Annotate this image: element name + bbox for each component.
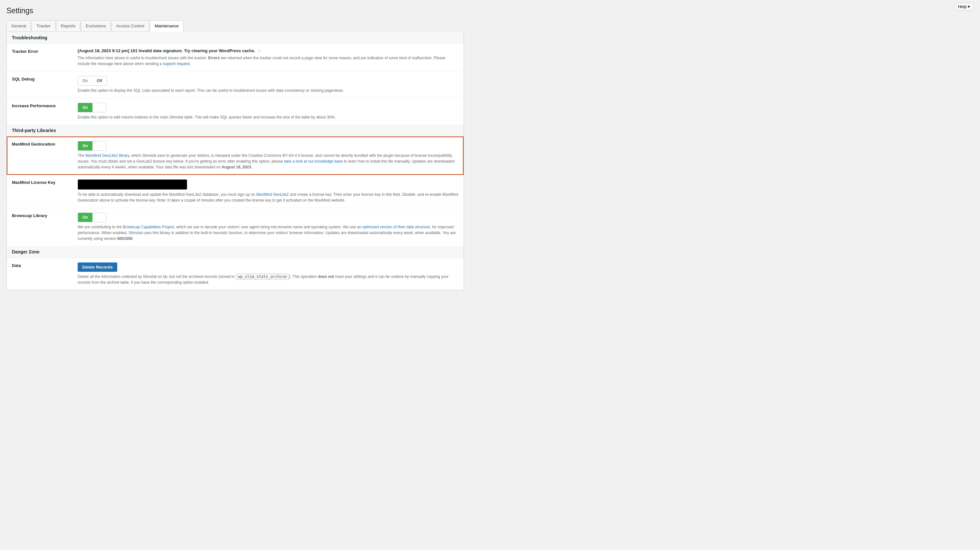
maxmind-geolite2-link[interactable]: MaxMind GeoLite2 library (85, 153, 129, 158)
tab-exclusions[interactable]: Exclusions (81, 20, 110, 32)
help-label: Help ▾ (958, 4, 970, 9)
troubleshooting-section-header: Troubleshooting (7, 32, 464, 44)
increase-performance-label: Increase Performance (7, 98, 78, 125)
page-title: Settings (6, 6, 464, 15)
maxmind-license-desc: To be able to automatically download and… (78, 192, 458, 203)
toggle-off-side[interactable] (92, 141, 106, 150)
tabs-nav: General Tracker Reports Exclusions Acces… (6, 20, 464, 32)
troubleshooting-title: Troubleshooting (12, 35, 47, 40)
danger-zone-table: Data Delete Records Delete all the infor… (7, 258, 464, 290)
tracker-error-dismiss[interactable]: × (258, 49, 261, 53)
tracker-error-value: [August 18, 2023 9:12 pm] 101 Invalid da… (78, 44, 464, 72)
toggle-on-side[interactable]: On (78, 141, 92, 150)
sql-debug-row: SQL Debug On Off Enable this option to d… (7, 72, 464, 98)
browscap-desc: We are contributing to the Browscap Capa… (78, 224, 458, 242)
browscap-label: Browscap Library (7, 208, 78, 246)
sql-debug-label: SQL Debug (7, 72, 78, 98)
tracker-error-desc: The information here above is useful to … (78, 55, 458, 67)
help-button[interactable]: Help ▾ (955, 3, 974, 11)
data-value: Delete Records Delete all the informatio… (78, 258, 464, 290)
maxmind-geolocation-value: On The MaxMind GeoLite2 library, which S… (78, 137, 464, 175)
maxmind-license-input[interactable] (78, 180, 187, 190)
danger-zone-section-header: Danger Zone (7, 246, 464, 258)
sql-debug-value: On Off Enable this option to display the… (78, 72, 464, 98)
sql-debug-toggle[interactable]: On Off (78, 76, 107, 86)
data-label: Data (7, 258, 78, 290)
increase-performance-desc: Enable this option to add column indexes… (78, 114, 458, 120)
tab-access-control[interactable]: Access Control (111, 20, 149, 32)
data-desc: Delete all the information collected by … (78, 274, 458, 285)
sql-debug-desc: Enable this option to display the SQL co… (78, 87, 458, 94)
knowledge-base-link[interactable]: take a look at our knowledge base (284, 159, 343, 164)
data-row: Data Delete Records Delete all the infor… (7, 258, 464, 290)
toggle-off-side[interactable] (92, 213, 106, 222)
tab-general[interactable]: General (6, 20, 31, 32)
toggle-on-side[interactable]: On (78, 103, 92, 112)
increase-performance-value: On Enable this option to add column inde… (78, 98, 464, 125)
tab-maintenance[interactable]: Maintenance (150, 20, 183, 32)
tracker-error-label: Tracker Error (7, 44, 78, 72)
tracker-error-row: Tracker Error [August 18, 2023 9:12 pm] … (7, 44, 464, 72)
browscap-value: On We are contributing to the Browscap C… (78, 208, 464, 246)
third-party-table: MaxMind Geolocation On The MaxMind GeoLi… (7, 137, 464, 246)
increase-performance-toggle[interactable]: On (78, 103, 106, 112)
danger-zone-title: Danger Zone (12, 249, 40, 254)
browscap-link[interactable]: Browscap Capabilities Project (123, 225, 174, 229)
browscap-row: Browscap Library On We are contributing … (7, 208, 464, 246)
maxmind-geolocation-desc: The MaxMind GeoLite2 library, which Slim… (78, 153, 458, 170)
toggle-off-side[interactable] (92, 103, 106, 112)
tab-reports[interactable]: Reports (56, 20, 81, 32)
maxmind-geolocation-toggle[interactable]: On (78, 141, 106, 151)
delete-records-button[interactable]: Delete Records (78, 262, 117, 272)
archive-table-code: wp_slim_stats_archive (235, 273, 289, 280)
toggle-on-side[interactable]: On (78, 213, 92, 222)
third-party-title: Third-party Libraries (12, 128, 56, 133)
optimized-version-link[interactable]: optimized version of their data structur… (363, 225, 430, 229)
tab-tracker[interactable]: Tracker (32, 20, 56, 32)
toggle-on-side[interactable]: On (78, 76, 92, 85)
maxmind-signup-link[interactable]: MaxMind GeoLite2 (256, 192, 289, 197)
maxmind-license-row: MaxMind License Key To be able to automa… (7, 175, 464, 208)
content-area: Troubleshooting Tracker Error [August 18… (6, 32, 464, 290)
troubleshooting-table: Tracker Error [August 18, 2023 9:12 pm] … (7, 44, 464, 125)
browscap-toggle[interactable]: On (78, 213, 106, 222)
maxmind-license-label: MaxMind License Key (7, 175, 78, 208)
maxmind-license-value: To be able to automatically download and… (78, 175, 464, 208)
maxmind-geolocation-row: MaxMind Geolocation On The MaxMind GeoLi… (7, 137, 464, 175)
support-request-link[interactable]: support request (163, 62, 189, 66)
tracker-error-text: [August 18, 2023 9:12 pm] 101 Invalid da… (78, 48, 255, 53)
maxmind-geolocation-label: MaxMind Geolocation (7, 137, 78, 175)
increase-performance-row: Increase Performance On Enable this opti… (7, 98, 464, 125)
toggle-off-side[interactable]: Off (92, 76, 107, 85)
third-party-section-header: Third-party Libraries (7, 125, 464, 137)
